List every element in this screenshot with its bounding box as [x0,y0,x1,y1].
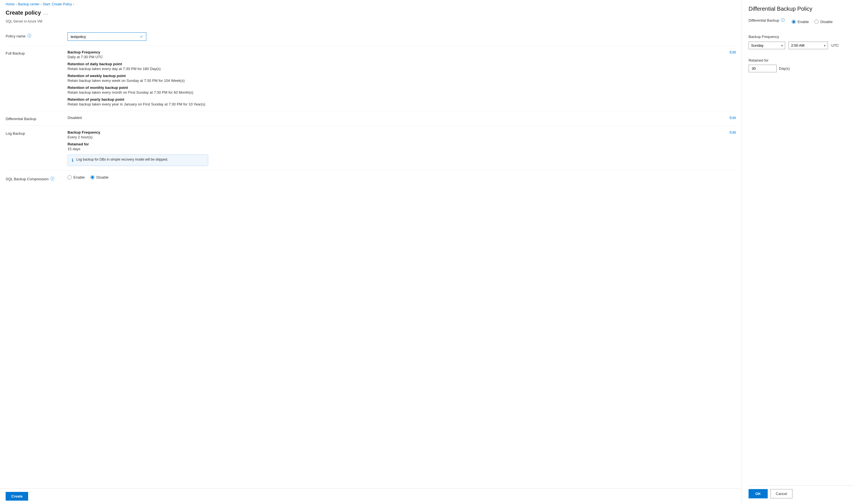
full-backup-details: Backup Frequency Daily at 7:30 PM UTC Re… [68,50,724,106]
diff-backup-enable-radio[interactable] [792,20,796,24]
breadcrumb-create-policy[interactable]: Start: Create Policy [43,2,72,6]
more-options-icon[interactable]: ... [43,11,49,15]
diff-backup-panel-label: Differential Backup ⓘ [748,18,785,23]
diff-backup-info-icon[interactable]: ⓘ [781,18,785,23]
backup-frequency-panel-label: Backup Frequency [748,34,779,39]
retained-for-section: Retained for Day(s) [748,58,853,72]
policy-name-check-icon: ✓ [140,34,143,39]
cancel-button[interactable]: Cancel [771,489,792,499]
sql-compression-disable-label: Disable [96,175,108,179]
monthly-retention-title: Retention of monthly backup point [68,86,724,90]
diff-backup-radio-group: Enable Disable [792,20,833,24]
policy-name-label: Policy name [5,34,26,38]
log-backup-edit-link[interactable]: Edit [730,130,736,134]
retained-for-input[interactable] [748,65,777,72]
log-backup-info-box: ℹ Log backup for DBs in simple recovery … [68,154,208,166]
full-backup-freq-value: Daily at 7:30 PM UTC [68,55,724,59]
breadcrumb-backup-center[interactable]: Backup center [18,2,40,6]
time-select[interactable]: 12:00 AM 1:00 AM 2:00 AM 3:00 AM 4:00 AM… [789,42,828,49]
differential-backup-section: Differential Backup ⓘ Enable Disable [748,18,853,29]
diff-backup-disable-option[interactable]: Disable [814,20,832,24]
full-backup-label: Full Backup [5,51,25,55]
backup-frequency-row: Sunday Monday Tuesday Wednesday Thursday… [748,42,853,49]
weekly-retention-value: Retain backup taken every week on Sunday… [68,78,724,83]
page-subtitle: SQL Server in Azure VM [0,19,742,28]
log-backup-info-text: Log backup for DBs in simple recovery mo… [76,158,168,161]
sql-compression-disable-option[interactable]: Disable [90,175,108,179]
sql-compression-enable-label: Enable [73,175,85,179]
backup-frequency-section: Backup Frequency Sunday Monday Tuesday W… [748,34,853,53]
daily-retention-title: Retention of daily backup point [68,62,724,66]
create-button[interactable]: Create [5,492,28,501]
weekly-retention-title: Retention of weekly backup point [68,74,724,78]
day-select[interactable]: Sunday Monday Tuesday Wednesday Thursday… [748,42,785,49]
diff-backup-enable-option[interactable]: Enable [792,20,809,24]
monthly-retention-value: Retain backup taken every month on First… [68,90,724,94]
breadcrumb: Home › Backup center › Start: Create Pol… [0,0,742,9]
retained-for-row: Day(s) [748,65,853,72]
yearly-retention-title: Retention of yearly backup point [68,97,724,102]
sql-compression-enable-option[interactable]: Enable [68,175,85,179]
log-backup-retained-value: 15 days [68,147,724,151]
info-icon-blue: ℹ [72,158,73,163]
sql-compression-radio-group: Enable Disable [68,175,736,179]
utc-label: UTC [831,43,839,47]
sql-compression-label: SQL Backup Compression [5,177,49,181]
time-select-wrapper: 12:00 AM 1:00 AM 2:00 AM 3:00 AM 4:00 AM… [789,42,828,49]
bottom-bar: Create [0,488,742,504]
policy-name-field[interactable] [71,34,132,39]
diff-backup-enable-label: Enable [798,20,809,24]
yearly-retention-value: Retain backup taken every year in Januar… [68,102,724,106]
full-backup-freq-title: Backup Frequency [68,50,724,54]
full-backup-edit-link[interactable]: Edit [730,50,736,54]
log-backup-freq-value: Every 2 hour(s) [68,135,724,139]
retained-for-panel-label: Retained for [748,58,853,62]
right-panel-title: Differential Backup Policy [748,5,853,12]
breadcrumb-home[interactable]: Home [5,2,15,6]
page-title: Create policy [5,10,41,16]
right-panel: Differential Backup Policy Differential … [742,0,860,504]
sql-compression-disable-radio[interactable] [90,175,95,179]
log-backup-details: Backup Frequency Every 2 hour(s) Retaine… [68,130,724,166]
days-label: Day(s) [779,66,790,71]
log-backup-retained-title: Retained for [68,142,724,146]
diff-backup-disable-radio[interactable] [814,20,819,24]
diff-backup-disable-label: Disable [820,20,832,24]
sql-compression-enable-radio[interactable] [68,175,72,179]
policy-name-input-wrapper: ✓ [68,32,146,41]
daily-retention-value: Retain backup taken every day at 7:30 PM… [68,66,724,71]
day-select-wrapper: Sunday Monday Tuesday Wednesday Thursday… [748,42,785,49]
differential-backup-label: Differential Backup [5,117,36,121]
ok-button[interactable]: OK [748,489,768,499]
sql-compression-info-icon[interactable]: ⓘ [51,176,54,181]
differential-backup-status: Disabled [68,116,82,120]
policy-name-info-icon[interactable]: ⓘ [27,33,31,39]
log-backup-freq-title: Backup Frequency [68,130,724,134]
panel-bottom-bar: OK Cancel [748,486,853,499]
differential-backup-edit-link[interactable]: Edit [730,116,736,120]
log-backup-label: Log Backup [5,131,25,136]
